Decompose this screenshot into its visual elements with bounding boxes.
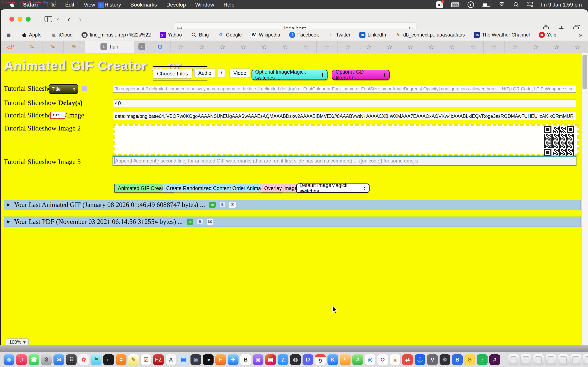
default-switches-select[interactable]: Default ImageMagick switches ...▲▼ — [296, 184, 370, 193]
play-status-icon[interactable]: ▶ — [467, 1, 474, 8]
dock-icon-pages[interactable]: ¶ — [340, 354, 351, 365]
tab-active-huh[interactable]: Lhuh — [85, 41, 134, 53]
tab-l-site[interactable]: L — [134, 41, 150, 53]
bookmark-item-twitter[interactable]: tTwitter — [328, 32, 350, 38]
dock-minimized-window[interactable] — [533, 354, 544, 365]
tab-empty-favorite[interactable]: ☆ — [442, 41, 463, 53]
dock-icon-vlc[interactable]: ▲ — [390, 354, 400, 365]
imagemagick-switches-select[interactable]: Optional ImageMagick switches ...▲▼ — [251, 70, 328, 80]
menu-item-safari[interactable]: Safari — [18, 0, 43, 9]
disclosure-triangle-icon[interactable]: ▶ — [7, 202, 10, 207]
tab-editor[interactable]: ✎ — [64, 41, 85, 53]
dock-icon-podcasts[interactable]: ◉ — [253, 354, 263, 365]
audio-button[interactable]: Audio — [194, 68, 215, 78]
zoom-window-button[interactable] — [26, 17, 31, 22]
email-mini-icon[interactable]: E — [220, 202, 225, 207]
dock-icon-numbers[interactable]: # — [352, 354, 363, 365]
dock-icon-chrome[interactable]: ◎ — [365, 354, 375, 365]
dock-icon-gear-app[interactable]: ⚙ — [440, 354, 450, 365]
wifi-icon[interactable] — [498, 2, 506, 7]
tab-empty-favorite[interactable]: ☆ — [546, 41, 567, 53]
tab-empty-favorite[interactable]: ☆ — [484, 41, 504, 53]
choose-files-button[interactable]: Choose Files — [153, 69, 192, 78]
dock-icon-facetime[interactable]: ☎ — [29, 354, 39, 365]
bookmark-item-yelp[interactable]: ∗Yelp — [539, 32, 556, 38]
scrollbar-thumb[interactable] — [582, 55, 587, 89]
dock-icon-opera[interactable]: O — [377, 354, 388, 365]
menu-item-history[interactable]: History — [100, 0, 126, 9]
bookmark-item-apple[interactable]: Apple — [21, 32, 42, 38]
bookmark-item-linkedin[interactable]: inLinkedIn — [359, 32, 386, 38]
bookmark-item-bing[interactable]: Bing — [191, 32, 209, 38]
sidebar-toggle-icon[interactable] — [44, 16, 52, 22]
tab-empty-favorite[interactable]: ☆ — [567, 41, 588, 53]
menu-item-file[interactable]: File — [43, 0, 61, 9]
menu-item-develop[interactable]: Develop — [162, 0, 190, 9]
phone-icon[interactable]: ▦ — [209, 202, 216, 208]
last-animated-gif-bar[interactable]: ▶ Your Last Animated GIF (January 08 202… — [4, 200, 581, 210]
dock-icon-preview[interactable]: ▣ — [178, 354, 189, 365]
last-pdf-bar[interactable]: ▶ Your Last PDF (November 03 2021 06:14:… — [4, 217, 581, 227]
dock-icon-obs[interactable]: ◍ — [290, 354, 301, 365]
title-checkbox[interactable] — [82, 86, 87, 91]
dock-icon-textedit[interactable]: A — [165, 354, 176, 365]
dock-icon-spotify[interactable]: ♪ — [477, 354, 488, 365]
image-data-url-input[interactable] — [113, 112, 576, 120]
dock-icon-filezilla[interactable]: FZ — [153, 354, 164, 365]
tab-editor[interactable]: ✎ — [21, 41, 43, 53]
status-m-app-icon[interactable]: m — [436, 1, 443, 8]
back-button[interactable]: ‹ — [68, 16, 70, 22]
dock-icon-bluetooth[interactable]: B — [452, 354, 463, 365]
dock-icon-music[interactable]: ♫ — [16, 354, 27, 365]
battery-icon[interactable] — [482, 3, 490, 7]
dock-minimized-window[interactable] — [558, 354, 569, 365]
dock-icon-slack[interactable]: # — [489, 354, 500, 365]
dock-icon-finder[interactable]: ☺ — [4, 354, 14, 365]
dock-icon-anydesk[interactable]: ⇄ — [402, 354, 413, 365]
menu-item-window[interactable]: Window — [190, 0, 219, 9]
bookmark-item-wikipedia[interactable]: WWikipedia — [251, 32, 280, 38]
dock-icon-instagram[interactable]: ▣ — [265, 354, 276, 365]
bookmark-item-facebook[interactable]: fFacebook — [289, 32, 319, 38]
tab-empty-favorite[interactable]: ☆ — [400, 41, 421, 53]
dock-icon-launchpad[interactable]: ⠿ — [66, 354, 77, 365]
menu-item-edit[interactable]: Edit — [61, 0, 79, 9]
dock-icon-photos[interactable]: ✿ — [78, 354, 89, 365]
scrollbar[interactable] — [581, 53, 588, 345]
tab-empty-favorite[interactable]: ☆ — [317, 41, 337, 53]
tab-empty-favorite[interactable]: ☆ — [337, 41, 358, 53]
bookmarks-overflow-chevron[interactable]: » — [579, 31, 582, 38]
disclosure-triangle-icon[interactable]: ▶ — [7, 219, 10, 224]
dock-icon-discord[interactable]: D — [303, 354, 313, 365]
dock-minimized-window[interactable] — [521, 354, 531, 365]
menu-item-bookmarks[interactable]: Bookmarks — [126, 0, 162, 9]
dock-icon-b-app[interactable]: B — [240, 354, 251, 365]
apple-menu[interactable] — [5, 2, 18, 8]
tab-empty-favorite[interactable]: ☆ — [212, 41, 233, 53]
tab-empty-favorite[interactable]: ☆ — [171, 41, 191, 53]
dock-icon-mail[interactable]: ✉ — [53, 354, 64, 365]
dock-icon-vmware[interactable]: V — [427, 354, 438, 365]
tab-empty-favorite[interactable]: ☆ — [233, 41, 254, 53]
dock-icon-docker[interactable]: ⚓ — [415, 354, 425, 365]
tab-empty-favorite[interactable]: ☆ — [421, 41, 442, 53]
spotlight-search-icon[interactable] — [513, 2, 519, 8]
bookmark-item-google[interactable]: GGoogle — [218, 32, 242, 38]
email-mini-icon[interactable]: E — [198, 219, 203, 224]
bookmark-item[interactable]: ▦ — [6, 32, 12, 38]
gd-filters-select[interactable]: Optional GD filters++ ...▲▼ — [332, 70, 389, 80]
tab-google[interactable]: G — [150, 41, 171, 53]
title-select[interactable]: Title▲▼ — [49, 84, 78, 94]
forward-button[interactable]: › — [79, 16, 81, 22]
envelope-icon[interactable]: ✉ — [229, 202, 236, 208]
tab-empty-favorite[interactable]: ☆ — [296, 41, 317, 53]
menu-item-view[interactable]: View — [79, 0, 100, 9]
bookmark-item-yahoo[interactable]: y!Yahoo — [160, 32, 182, 38]
tab-empty-favorite[interactable]: ☆ — [525, 41, 546, 53]
dock-icon-reminders[interactable]: ☑ — [141, 354, 151, 365]
close-window-button[interactable] — [9, 17, 14, 22]
dock-icon-maps[interactable]: ⚑ — [91, 354, 102, 365]
title-config-input[interactable] — [113, 85, 576, 92]
minimize-window-button[interactable] — [17, 17, 22, 22]
image2-dropzone[interactable] — [113, 124, 579, 156]
